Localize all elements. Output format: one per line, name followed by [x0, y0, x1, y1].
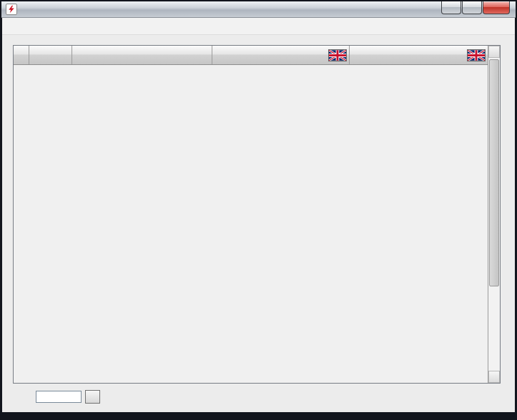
column-header-nr[interactable] [29, 46, 72, 64]
menu-bar [2, 18, 515, 35]
translation-grid [13, 45, 501, 384]
client-area [2, 18, 515, 412]
scrollbar-thumb[interactable] [489, 59, 499, 286]
search-input[interactable] [36, 391, 82, 403]
app-logo-icon [6, 4, 17, 15]
scroll-down-button[interactable] [488, 371, 500, 383]
menu-file[interactable] [8, 24, 22, 29]
clear-search-button[interactable] [85, 390, 100, 404]
uk-flag-icon [467, 49, 486, 61]
grid-header [14, 46, 488, 65]
vertical-scrollbar[interactable] [488, 46, 500, 383]
window-controls [440, 1, 510, 14]
column-header-msgstr[interactable] [212, 46, 350, 64]
column-header-titanpo[interactable] [350, 46, 488, 64]
menu-edit[interactable] [22, 24, 36, 29]
minimize-button[interactable] [441, 1, 461, 14]
maximize-button[interactable] [462, 1, 482, 14]
titlebar[interactable] [1, 1, 516, 18]
scroll-up-button[interactable] [488, 46, 500, 58]
close-button[interactable] [483, 1, 510, 14]
menu-help[interactable] [36, 24, 51, 29]
column-header-msgid[interactable] [72, 46, 212, 64]
grid-corner-cell[interactable] [14, 46, 29, 64]
uk-flag-icon [328, 49, 347, 61]
search-bar [13, 389, 100, 404]
